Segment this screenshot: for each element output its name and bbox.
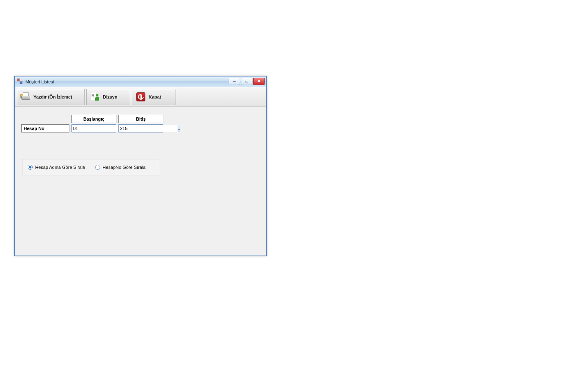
content-area: Başlangıç Bitiş Hesap No .. .. Hesap Adı…	[15, 107, 266, 256]
power-icon	[136, 92, 146, 102]
customer-list-window: Müşteri Listesi ─ ▭ ✕ Yazdır (Ön İzleme)	[14, 76, 267, 256]
maximize-button[interactable]: ▭	[241, 78, 252, 85]
end-input-group: ..	[118, 124, 163, 132]
start-input-group: ..	[71, 124, 116, 132]
radio-checked-icon	[28, 165, 33, 170]
window-controls: ─ ▭ ✕	[229, 78, 265, 85]
close-window-button[interactable]: ✕	[253, 78, 265, 85]
sort-by-name-label: Hesap Adına Göre Sırala	[35, 165, 85, 170]
design-button[interactable]: B Dizayn	[86, 89, 130, 105]
start-column-header: Başlangıç	[71, 115, 116, 123]
radio-unchecked-icon	[95, 165, 100, 170]
sort-options-panel: Hesap Adına Göre Sırala HesapNo Göre Sır…	[22, 159, 159, 175]
close-icon: ✕	[257, 79, 261, 83]
end-lookup-button[interactable]: ..	[178, 125, 180, 132]
design-button-label: Dizayn	[103, 94, 117, 99]
titlebar[interactable]: Müşteri Listesi ─ ▭ ✕	[15, 76, 266, 87]
sort-by-name-radio[interactable]: Hesap Adına Göre Sırala	[28, 165, 85, 170]
account-no-label: Hesap No	[21, 124, 69, 132]
app-icon	[17, 79, 23, 85]
sort-by-no-radio[interactable]: HesapNo Göre Sırala	[95, 165, 145, 170]
print-button-label: Yazdır (Ön İzleme)	[33, 94, 72, 99]
close-button[interactable]: Kapat	[132, 89, 176, 105]
maximize-icon: ▭	[245, 80, 249, 83]
sort-by-no-label: HesapNo Göre Sırala	[102, 165, 145, 170]
design-icon: B	[90, 92, 100, 102]
end-column-header: Bitiş	[118, 115, 163, 123]
minimize-button[interactable]: ─	[229, 78, 240, 85]
minimize-icon: ─	[233, 80, 236, 83]
toolbar: Yazdır (Ön İzleme) B Dizayn Kapat	[15, 87, 266, 107]
end-account-input[interactable]	[119, 125, 178, 132]
filter-grid: Başlangıç Bitiş Hesap No .. ..	[21, 115, 261, 132]
close-button-label: Kapat	[149, 94, 161, 99]
window-title: Müşteri Listesi	[25, 79, 54, 84]
printer-icon	[20, 92, 31, 102]
print-preview-button[interactable]: Yazdır (Ön İzleme)	[17, 89, 85, 105]
